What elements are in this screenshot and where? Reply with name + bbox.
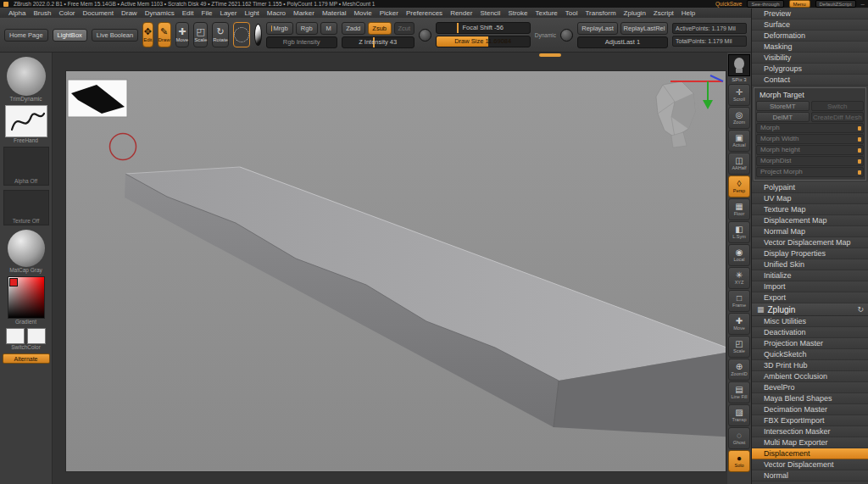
- alpha-slot[interactable]: Alpha Off: [3, 147, 49, 186]
- scroll-button[interactable]: ✛ Scroll: [728, 84, 750, 106]
- subpalette-preview[interactable]: Preview: [752, 8, 868, 19]
- menu-document[interactable]: Document: [80, 9, 117, 17]
- zadd-button[interactable]: Zadd: [342, 22, 365, 35]
- zplugin-intersection-masker[interactable]: Intersection Masker: [752, 426, 868, 437]
- subpalette-texture-map[interactable]: Texture Map: [752, 204, 868, 215]
- zplugin-vector-displacement[interactable]: Vector Displacement: [752, 459, 868, 470]
- scale-3d-button[interactable]: ◰ Scale: [728, 336, 750, 358]
- material-thumbnail[interactable]: [8, 230, 45, 267]
- focal-shift-slider[interactable]: Focal Shift -56: [436, 22, 531, 34]
- zplugin-3d-print-hub[interactable]: 3D Print Hub: [752, 360, 868, 371]
- menu-render[interactable]: Render: [447, 9, 476, 17]
- menu-layer[interactable]: Layer: [216, 9, 240, 17]
- store-mt-button[interactable]: StoreMT: [756, 101, 810, 111]
- dynamic-mode-label[interactable]: Dynamic: [535, 32, 556, 38]
- del-mt-button[interactable]: DelMT: [756, 112, 810, 122]
- menu-stroke[interactable]: Stroke: [504, 9, 531, 17]
- main-color-swatch[interactable]: [6, 328, 25, 344]
- subpalette-deformation[interactable]: Deformation: [752, 31, 868, 42]
- subpalette-polygroups[interactable]: Polygroups: [752, 64, 868, 75]
- draw-size-slider[interactable]: Draw Size 11.69084: [436, 36, 531, 47]
- secondary-color-swatch[interactable]: [27, 328, 46, 344]
- menu-alpha[interactable]: Alpha: [5, 9, 29, 17]
- menu-edit[interactable]: Edit: [179, 9, 198, 17]
- menu-draw[interactable]: Draw: [118, 9, 141, 17]
- subpalette-unified-skin[interactable]: Unified Skin: [752, 259, 868, 270]
- shelf-scrollbar[interactable]: [539, 53, 561, 57]
- line-fill-button[interactable]: ▤ Line Fill: [728, 381, 750, 403]
- rgb-intensity-slider[interactable]: Rgb Intensity: [266, 36, 337, 48]
- color-picker[interactable]: [8, 276, 45, 319]
- menu-brush[interactable]: Brush: [30, 9, 54, 17]
- menu-color[interactable]: Color: [55, 9, 78, 17]
- m-button[interactable]: M: [320, 22, 337, 35]
- ghost-button[interactable]: ◌ Ghost: [728, 427, 750, 449]
- menu-light[interactable]: Light: [241, 9, 262, 17]
- default-zscript-button[interactable]: DefaultZScript: [815, 0, 856, 8]
- texture-slot[interactable]: Texture Off: [3, 190, 49, 225]
- menu-stencil[interactable]: Stencil: [476, 9, 504, 17]
- zplugin-deactivation[interactable]: Deactivation: [752, 327, 868, 338]
- floor-button[interactable]: ▦ Floor: [728, 198, 750, 220]
- scale-mode-button[interactable]: ◰ Scale: [193, 22, 208, 47]
- xyz-button[interactable]: ✳ XYZ: [728, 267, 750, 289]
- switch-color-control[interactable]: [6, 328, 46, 344]
- subpalette-polypaint[interactable]: Polypaint: [752, 182, 868, 193]
- current-brush-button[interactable]: [233, 22, 250, 47]
- local-sym-button[interactable]: ◧ L.Sym: [728, 221, 750, 243]
- subpalette-display-properties[interactable]: Display Properties: [752, 248, 868, 259]
- menu-preferences[interactable]: Preferences: [403, 9, 446, 17]
- move-mode-button[interactable]: ✚ Move: [175, 22, 190, 47]
- frame-button[interactable]: □ Frame: [728, 290, 750, 312]
- menu-macro[interactable]: Macro: [264, 9, 289, 17]
- zplugin-ambient-occlusion[interactable]: Ambient Occlusion: [752, 371, 868, 382]
- mrgb-button[interactable]: Mrgb: [266, 22, 293, 35]
- zplugin-displacement[interactable]: Displacement: [752, 448, 868, 459]
- live-boolean-button[interactable]: Live Boolean: [92, 29, 138, 42]
- home-page-button[interactable]: Home Page: [4, 29, 48, 42]
- spix-slider[interactable]: SPix 3: [732, 77, 746, 82]
- draw-mode-button[interactable]: ✎ Draw: [158, 22, 171, 47]
- current-material-icon[interactable]: [254, 24, 262, 46]
- lightbox-button[interactable]: LightBox: [53, 29, 87, 42]
- menu-texture[interactable]: Texture: [532, 9, 561, 17]
- replay-last-rel-button[interactable]: ReplayLastRel: [620, 22, 668, 35]
- subpalette-export[interactable]: Export: [752, 292, 868, 303]
- move-3d-button[interactable]: ✚ Move: [728, 313, 750, 335]
- focal-shift-knob-icon[interactable]: [419, 29, 431, 42]
- menu-movie[interactable]: Movie: [350, 9, 375, 17]
- zplugin-normal[interactable]: Normal: [752, 470, 868, 481]
- persp-button[interactable]: ◊ Persp: [728, 175, 750, 197]
- menu-material[interactable]: Material: [319, 9, 349, 17]
- quicksave-button[interactable]: QuickSave: [715, 1, 742, 7]
- zsub-button[interactable]: Zsub: [368, 22, 392, 35]
- zoom-button[interactable]: ◎ Zoom: [728, 107, 750, 129]
- tool-preview-thumbnail[interactable]: [728, 54, 750, 76]
- subpalette-masking[interactable]: Masking: [752, 42, 868, 53]
- menu-marker[interactable]: Marker: [290, 9, 318, 17]
- rgb-button[interactable]: Rgb: [296, 22, 318, 35]
- morph-target-title[interactable]: Morph Target: [756, 90, 864, 100]
- subpalette-uv-map[interactable]: UV Map: [752, 193, 868, 204]
- zplugin-bevelpro[interactable]: BevelPro: [752, 382, 868, 393]
- adjust-last-slider[interactable]: AdjustLast 1: [577, 36, 668, 48]
- menu-dynamics[interactable]: Dynamics: [142, 9, 178, 17]
- menu-toggle-button[interactable]: Menu: [789, 0, 810, 8]
- refresh-icon[interactable]: ↻: [857, 303, 864, 316]
- local-pivot-button[interactable]: ◉ Local: [728, 244, 750, 266]
- menu-picker[interactable]: Picker: [376, 9, 402, 17]
- zoom-3d-button[interactable]: ⊕ ZoomID: [728, 359, 750, 381]
- menu-help[interactable]: Help: [678, 9, 698, 17]
- actual-size-button[interactable]: ▣ Actual: [728, 130, 750, 152]
- subpalette-initialize[interactable]: Initialize: [752, 270, 868, 281]
- rotate-mode-button[interactable]: ↻ Rotate: [212, 22, 229, 47]
- alternate-button[interactable]: Alternate: [3, 353, 50, 364]
- transp-button[interactable]: ▨ Transp: [728, 404, 750, 426]
- subpalette-contact[interactable]: Contact: [752, 75, 868, 86]
- zplugin-fbx-exportimport[interactable]: FBX ExportImport: [752, 415, 868, 426]
- zcut-button[interactable]: Zcut: [394, 22, 415, 35]
- zplugin-multi-map-exporter[interactable]: Multi Map Exporter: [752, 437, 868, 448]
- stroke-knob-icon[interactable]: [560, 29, 573, 42]
- menu-file[interactable]: File: [198, 9, 216, 17]
- menu-tool[interactable]: Tool: [562, 9, 581, 17]
